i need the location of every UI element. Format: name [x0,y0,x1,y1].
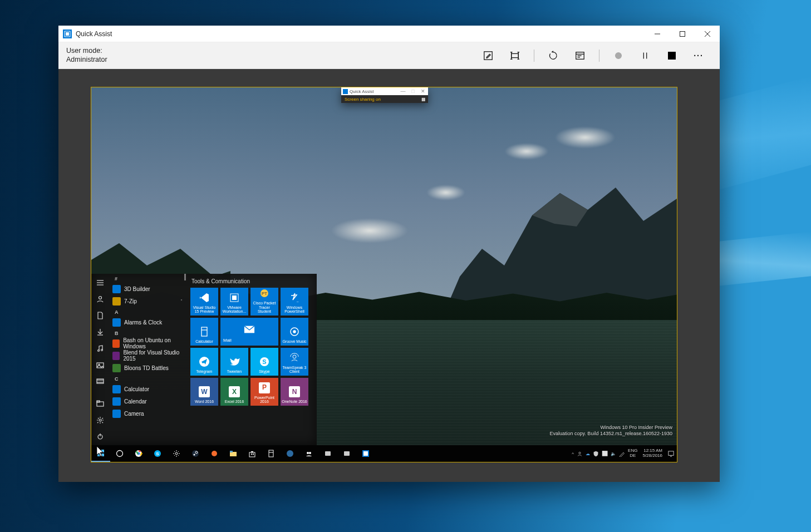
task-manager-button[interactable] [567,42,593,69]
apps-scrollbar[interactable] [184,274,186,280]
taskbar-settings[interactable] [167,445,186,462]
start-tile[interactable]: Calculator [190,318,218,346]
rail-explorer-icon[interactable] [91,398,109,409]
tray-notifications-icon[interactable] [667,450,675,457]
app-icon [112,364,121,372]
start-tile[interactable]: Telegram [190,348,218,376]
remote-qa-titlebar: Quick Assist — □ ✕ [341,87,428,95]
remote-qa-pause[interactable]: ▮▮ [421,97,425,102]
tray-clock[interactable]: 12:15 AM 5/28/2016 [640,449,665,459]
app-letter-header[interactable]: A [109,307,186,316]
start-tile[interactable]: Mail [220,318,278,346]
maximize-button[interactable] [670,26,695,42]
svg-point-63 [117,451,123,457]
app-letter-header[interactable]: B [109,328,186,337]
app-list-item[interactable]: 3D Builder [109,283,186,295]
start-tile[interactable]: PPowerPoint 2016 [250,378,278,406]
restart-button[interactable] [540,42,567,69]
start-tile[interactable]: SSkype [250,348,278,376]
app-list-item[interactable]: Alarms & Clock [109,316,186,328]
pause-button[interactable] [632,42,658,69]
taskbar-app1[interactable] [299,445,318,462]
start-tile[interactable]: _Windows PowerShell [281,288,308,316]
tray-onedrive-icon[interactable]: ☁ [586,451,590,456]
taskbar-skype[interactable]: S [148,445,167,462]
tray-chevron-icon[interactable]: ^ [572,451,574,456]
taskbar-store[interactable] [243,445,262,462]
stop-button[interactable] [658,42,685,69]
taskbar-xbox[interactable] [318,445,337,462]
app-list-item[interactable]: 7-Zip˅ [109,295,186,307]
rail-user-icon[interactable] [91,294,109,305]
tile-label: Mail [223,338,276,343]
start-tile[interactable]: Tweeten [220,348,248,376]
start-tile[interactable]: XExcel 2016 [220,378,248,406]
taskbar-calculator[interactable] [262,445,281,462]
all-apps-list[interactable]: #3D Builder7-Zip˅AAlarms & ClockBBash on… [109,274,186,445]
remote-qa-minimize[interactable]: — [398,88,408,94]
rail-settings-icon[interactable] [91,415,109,426]
minimize-button[interactable] [645,26,670,42]
rail-music-icon[interactable] [91,343,109,354]
tray-volume-icon[interactable]: 🔈 [611,451,616,456]
svg-rect-1 [66,32,69,36]
tray-defender-icon[interactable] [593,451,599,457]
rail-downloads-icon[interactable] [91,327,109,338]
taskbar-explorer[interactable] [224,445,243,462]
taskbar-snip[interactable] [337,445,356,462]
taskbar-steam[interactable] [186,445,205,462]
tile-label: TeamSpeak 3 Client [282,366,307,374]
tray-pen-icon[interactable] [619,451,625,457]
app-list-item[interactable]: Calculator [109,383,186,395]
taskbar-start[interactable] [91,445,110,462]
wallpaper-cloud [504,143,549,160]
svg-point-80 [287,450,293,457]
rail-power-icon[interactable] [91,431,109,442]
app-letter-header[interactable]: C [109,374,186,383]
app-list-item[interactable]: Bash on Ubuntu on Windows [109,337,186,349]
close-button[interactable] [695,26,720,42]
app-list-item[interactable]: Camera [109,407,186,420]
rail-documents-icon[interactable] [91,310,109,321]
tray-language[interactable]: ENG DE [628,449,637,459]
taskbar-chrome[interactable] [129,445,148,462]
start-hamburger[interactable] [91,277,109,288]
vmware-icon [229,292,240,303]
P-icon: P [259,382,270,393]
app-list-item[interactable]: Blend for Visual Studio 2015 [109,349,186,362]
taskbar-teamspeak[interactable] [281,445,299,462]
app-letter-header[interactable]: # [109,274,186,283]
svg-rect-77 [253,454,254,455]
app-icon [112,385,121,393]
start-tile[interactable]: NOneNote 2016 [281,378,308,406]
actual-size-button[interactable] [502,42,528,69]
svg-rect-84 [344,451,350,456]
taskbar-origin[interactable] [205,445,224,462]
start-tile[interactable]: Groove Music [281,318,308,346]
start-tile[interactable]: Visual Studio 15 Preview [190,288,218,316]
tiles-group-header[interactable]: Tools & Communication [191,278,312,284]
start-tile[interactable]: WWord 2016 [190,378,218,406]
app-icon [112,397,121,406]
taskbar-quickassist[interactable] [356,445,375,462]
app-list-item[interactable]: Calendar [109,395,186,407]
app-icon [343,89,348,94]
taskbar-cortana[interactable] [110,445,129,462]
rail-videos-icon[interactable] [91,376,109,387]
start-tile[interactable]: VMware Workstation... [220,288,248,316]
svg-point-30 [101,349,103,351]
start-tile[interactable]: TeamSpeak 3 Client [281,348,308,376]
remote-qa-maximize[interactable]: □ [408,88,418,94]
rail-pictures-icon[interactable] [91,359,109,371]
start-tile[interactable]: PTCisco Packet Tracer Student [250,288,278,316]
tile-label: PowerPoint 2016 [252,396,277,404]
remote-quick-assist-window[interactable]: Quick Assist — □ ✕ Screen sharing on ▮▮ [341,87,428,103]
tray-people-icon[interactable] [577,451,583,457]
annotate-button[interactable] [475,42,502,69]
remote-screen-frame[interactable]: Quick Assist — □ ✕ Screen sharing on ▮▮ … [91,87,677,462]
tray-network-icon[interactable]: ⬜ [602,451,608,456]
app-list-item[interactable]: Bloons TD Battles [109,362,186,374]
more-button[interactable]: ··· [685,42,712,69]
remote-qa-close[interactable]: ✕ [418,88,428,94]
reconnect-button [605,42,632,69]
